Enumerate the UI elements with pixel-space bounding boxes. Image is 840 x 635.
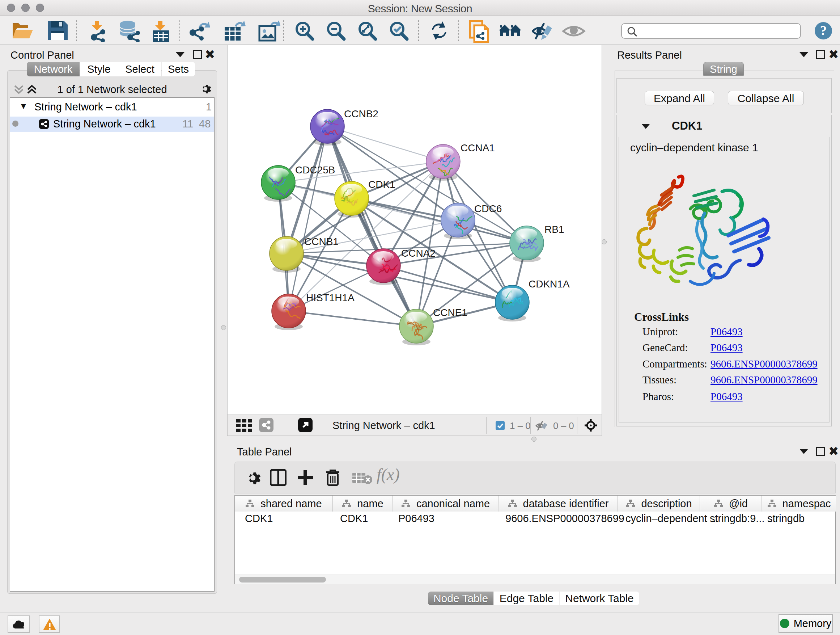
svg-text:CCNE1: CCNE1 <box>433 307 467 318</box>
svg-text:CDC6: CDC6 <box>474 203 502 214</box>
svg-text:CCNA1: CCNA1 <box>461 142 495 154</box>
svg-text:CCNB2: CCNB2 <box>344 108 378 119</box>
svg-text:RB1: RB1 <box>545 224 564 235</box>
svg-text:CDKN1A: CDKN1A <box>529 279 570 290</box>
svg-text:CCNA2: CCNA2 <box>401 248 436 259</box>
svg-text:CDC25B: CDC25B <box>295 165 335 176</box>
svg-text:HIST1H1A: HIST1H1A <box>306 292 355 303</box>
svg-text:CCNB1: CCNB1 <box>304 236 339 247</box>
svg-text:CDK1: CDK1 <box>368 179 395 190</box>
